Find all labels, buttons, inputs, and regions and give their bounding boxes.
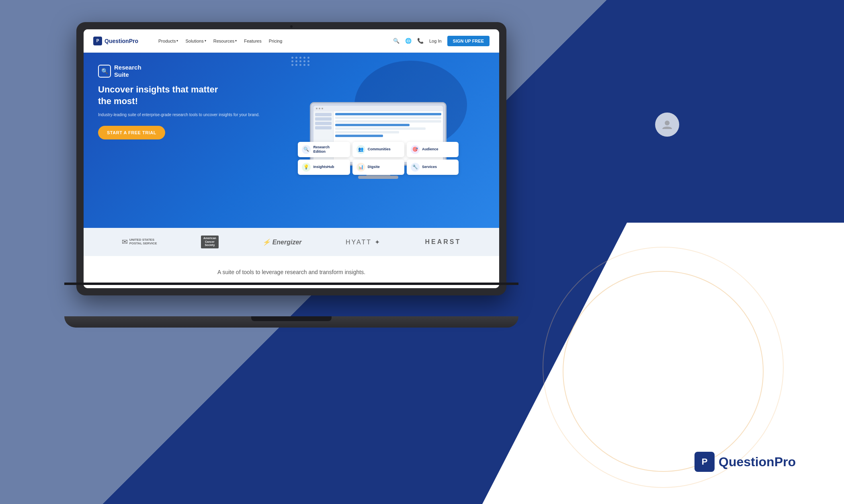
logo-hearst: HEARST xyxy=(425,238,461,246)
services-icon: 🔧 xyxy=(411,163,420,172)
feature-card-insightshub[interactable]: 💡 InsightsHub xyxy=(298,160,350,175)
audience-label: Audience xyxy=(422,147,438,152)
nav-features[interactable]: Features xyxy=(244,39,261,43)
communities-label: Communities xyxy=(368,147,391,152)
website-content: P QuestionPro Products ▾ Solutions ▾ xyxy=(84,29,499,288)
hero-badge-text: Research Suite xyxy=(114,64,141,78)
navigation: P QuestionPro Products ▾ Solutions ▾ xyxy=(84,29,499,53)
chevron-down-icon: ▾ xyxy=(235,39,237,43)
feature-card-research[interactable]: 🔍 ResearchEdition xyxy=(298,142,350,157)
phone-icon[interactable]: 📞 xyxy=(417,38,424,44)
usps-eagle-icon: ✉ xyxy=(122,238,128,246)
digsite-label: Digsite xyxy=(368,165,380,169)
nav-solutions[interactable]: Solutions ▾ xyxy=(185,39,206,43)
nav-logo: P QuestionPro xyxy=(93,37,138,45)
logo-usps: ✉ UNITED STATESPOSTAL SERVICE xyxy=(122,238,157,246)
chevron-down-icon: ▾ xyxy=(205,39,206,43)
monitor-base xyxy=(358,176,398,179)
qp-logo-box-br: P xyxy=(694,452,715,472)
signup-button[interactable]: SIGN UP FREE xyxy=(447,36,490,46)
hero-right-content: 🔍 ResearchEdition 👥 Communities 🎯 Audie xyxy=(272,64,485,217)
svg-point-0 xyxy=(665,121,670,125)
services-label: Services xyxy=(422,165,437,169)
hero-badge: 🔍 Research Suite xyxy=(98,64,272,78)
logo-hyatt: HYATT ✦ xyxy=(346,238,381,246)
nav-logo-box: P xyxy=(93,37,102,45)
logo-energizer: ⚡ Energizer xyxy=(262,238,301,246)
nav-products[interactable]: Products ▾ xyxy=(158,39,178,43)
logo-acs: AmericanCancerSociety xyxy=(201,236,219,248)
hero-section: 🔍 Research Suite Uncover insights that m… xyxy=(84,53,499,228)
nav-links: Products ▾ Solutions ▾ Resources ▾ Fea xyxy=(158,39,393,43)
chevron-down-icon: ▾ xyxy=(176,39,178,43)
laptop-shell: P QuestionPro Products ▾ Solutions ▾ xyxy=(76,22,506,295)
digsite-icon: 📊 xyxy=(356,163,365,172)
logos-bar: ✉ UNITED STATESPOSTAL SERVICE AmericanCa… xyxy=(84,228,499,256)
login-link[interactable]: Log In xyxy=(429,39,442,43)
usps-text: UNITED STATESPOSTAL SERVICE xyxy=(129,238,157,246)
acs-badge: AmericanCancerSociety xyxy=(201,236,219,248)
feature-card-audience[interactable]: 🎯 Audience xyxy=(407,142,459,157)
nav-logo-text: QuestionPro xyxy=(104,38,138,44)
nav-resources[interactable]: Resources ▾ xyxy=(213,39,237,43)
research-edition-label: ResearchEdition xyxy=(313,145,330,154)
feature-card-services[interactable]: 🔧 Services xyxy=(407,160,459,175)
research-edition-icon: 🔍 xyxy=(302,145,311,154)
monitor: 🔍 ResearchEdition 👥 Communities 🎯 Audie xyxy=(310,102,447,179)
research-badge-icon: 🔍 xyxy=(98,65,111,78)
energizer-text: ⚡ Energizer xyxy=(262,238,301,246)
laptop-screen: P QuestionPro Products ▾ Solutions ▾ xyxy=(84,29,499,288)
hearst-text: HEARST xyxy=(425,238,461,246)
hyatt-text: HYATT ✦ xyxy=(346,238,381,246)
nav-right-actions: 🔍 🌐 📞 Log In SIGN UP FREE xyxy=(393,36,490,46)
monitor-top-bar xyxy=(313,106,443,111)
tagline-text: A suite of tools to leverage research an… xyxy=(217,268,365,277)
feature-cards-grid: 🔍 ResearchEdition 👥 Communities 🎯 Audie xyxy=(298,142,459,175)
search-icon[interactable]: 🔍 xyxy=(393,38,399,44)
insightshub-icon: 💡 xyxy=(302,163,311,172)
globe-icon[interactable]: 🌐 xyxy=(405,38,412,44)
laptop-base xyxy=(64,316,518,328)
laptop: P QuestionPro Products ▾ Solutions ▾ xyxy=(76,22,506,328)
qp-logo-text-br: QuestionPro xyxy=(719,455,796,469)
feature-card-digsite[interactable]: 📊 Digsite xyxy=(352,160,404,175)
communities-icon: 👥 xyxy=(356,145,365,154)
feature-card-communities[interactable]: 👥 Communities xyxy=(352,142,404,157)
laptop-hinge xyxy=(64,283,518,285)
audience-icon: 🎯 xyxy=(411,145,420,154)
hero-cta-button[interactable]: START A FREE TRIAL xyxy=(98,126,165,139)
insightshub-label: InsightsHub xyxy=(313,165,334,169)
hero-title: Uncover insights that matter the most! xyxy=(98,84,272,107)
hero-description: Industry-leading suite of enterprise-gra… xyxy=(98,112,272,118)
questionpro-logo-bottom-right: P QuestionPro xyxy=(694,452,796,472)
hero-left-content: 🔍 Research Suite Uncover insights that m… xyxy=(98,64,272,217)
nav-pricing[interactable]: Pricing xyxy=(269,39,283,43)
avatar xyxy=(655,113,679,137)
